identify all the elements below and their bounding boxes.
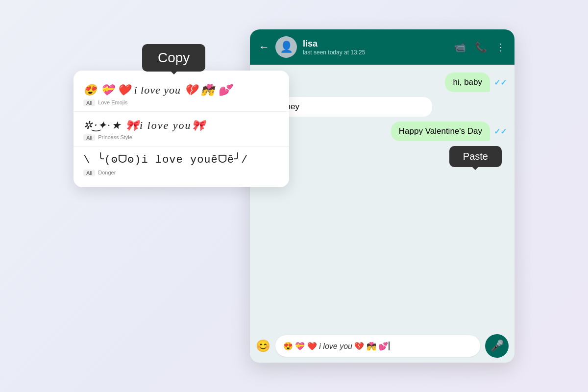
chat-header: ← 👤 lisa last seen today at 13:25 📹 📞 ⋮: [250, 29, 514, 65]
mic-button[interactable]: 🎤: [485, 334, 509, 358]
list-item[interactable]: \ ╰(ʘᗜʘ)i love youēᗜē╯/ All Donger: [74, 147, 289, 181]
text-content-2: ✲·͜✦·★ 🎀i love you🎀: [83, 119, 279, 133]
emoji-button[interactable]: 😊: [256, 339, 270, 353]
tag-label-3: Donger: [98, 170, 116, 176]
text-tags-3: All Donger: [83, 170, 279, 176]
tag-all-2: All: [83, 134, 95, 141]
left-panel: Copy 😍 💝 ❤️ i love you 💔 💏 💕 All Love Em…: [74, 44, 289, 187]
message-sent-2: Happy Valentine's Day ✓✓: [258, 122, 507, 141]
contact-info: lisa last seen today at 13:25: [303, 39, 448, 56]
bubble-sent-1: hi, baby: [445, 73, 490, 92]
list-item[interactable]: 😍 💝 ❤️ i love you 💔 💏 💕 All Love Emojis: [74, 76, 289, 112]
message-sent-1: hi, baby ✓✓: [258, 73, 507, 92]
read-receipt-2: ✓✓: [494, 127, 507, 136]
text-content-3: \ ╰(ʘᗜʘ)i love youēᗜē╯/: [83, 153, 279, 168]
text-content-1: 😍 💝 ❤️ i love you 💔 💏 💕: [83, 83, 279, 98]
read-receipt-1: ✓✓: [494, 78, 507, 87]
main-scene: Copy 😍 💝 ❤️ i love you 💔 💏 💕 All Love Em…: [74, 29, 514, 363]
copy-tooltip: Copy: [142, 44, 205, 72]
chat-input-bar: 😊 😍 💝 ❤️ i love you 💔 💏 💕 🎤: [250, 329, 514, 363]
contact-status: last seen today at 13:25: [303, 49, 448, 56]
message-text-1: hi, baby: [453, 77, 482, 87]
tag-all-3: All: [83, 170, 95, 176]
phone-icon[interactable]: 📞: [475, 41, 487, 53]
tag-label-2: Princess Style: [98, 134, 132, 141]
video-call-icon[interactable]: 📹: [454, 41, 466, 53]
message-received-1: hi, honey: [258, 97, 507, 117]
text-tags-1: All Love Emojis: [83, 99, 279, 106]
text-list-card: 😍 💝 ❤️ i love you 💔 💏 💕 All Love Emojis …: [74, 71, 289, 187]
text-cursor: [389, 342, 390, 350]
tag-all-1: All: [83, 99, 95, 106]
mic-icon: 🎤: [490, 340, 504, 352]
text-tags-2: All Princess Style: [83, 134, 279, 141]
bubble-sent-2: Happy Valentine's Day: [391, 122, 490, 141]
paste-tooltip-container: Paste: [258, 146, 507, 167]
list-item[interactable]: ✲·͜✦·★ 🎀i love you🎀 All Princess Style: [74, 112, 289, 147]
chat-window: ← 👤 lisa last seen today at 13:25 📹 📞 ⋮ …: [250, 29, 514, 363]
message-input[interactable]: 😍 💝 ❤️ i love you 💔 💏 💕: [275, 335, 480, 357]
paste-tooltip[interactable]: Paste: [449, 146, 502, 167]
contact-name: lisa: [303, 39, 448, 49]
more-options-icon[interactable]: ⋮: [496, 41, 506, 53]
chat-body: hi, baby ✓✓ hi, honey Happy Valentine's …: [250, 65, 514, 329]
header-icons: 📹 📞 ⋮: [454, 41, 506, 53]
input-text: 😍 💝 ❤️ i love you 💔 💏 💕: [283, 342, 388, 351]
tag-label-1: Love Emojis: [98, 99, 127, 106]
message-text-3: Happy Valentine's Day: [399, 126, 482, 136]
